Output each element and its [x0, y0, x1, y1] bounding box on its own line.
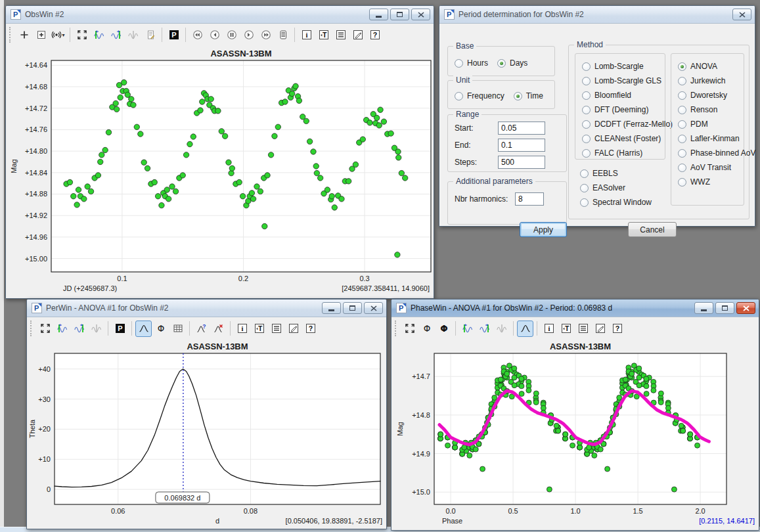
info-button[interactable]: i [298, 27, 315, 43]
pan-left-button[interactable] [91, 27, 107, 43]
radio-hours[interactable]: Hours [455, 56, 488, 70]
radio-dcdft-ferraz-mello[interactable]: DCDFT (Ferraz-Mello) [582, 117, 665, 131]
crosshair-tool-button[interactable] [16, 27, 32, 43]
radio-anova[interactable]: ANOVA [678, 59, 744, 74]
previous-observation-button[interactable] [206, 27, 223, 43]
radio-spectral-window[interactable]: Spectral Window [580, 195, 652, 210]
phasewin-chart[interactable]: 0.00.51.01.52.0+14.7+14.8+14.9+15.0ASASS… [391, 340, 759, 530]
radio-circle-icon [678, 149, 686, 158]
svg-text:0.0: 0.0 [445, 507, 455, 515]
mean-curve-toggle-button[interactable] [517, 321, 533, 337]
add-observation-button[interactable] [33, 27, 49, 43]
play-animation-button[interactable] [240, 27, 257, 43]
edit-observations-button[interactable] [142, 27, 158, 43]
help-button[interactable]: ? [367, 27, 383, 43]
periodogram-view-button[interactable] [135, 321, 152, 337]
radio-lomb-scargle-gls[interactable]: Lomb-Scargle GLS [582, 74, 665, 88]
obswin-titlebar[interactable]: P ObsWin #2 [6, 6, 434, 24]
info-icon: i [237, 323, 248, 334]
text-annotation-button[interactable]: T [558, 321, 574, 337]
list-view-button[interactable] [332, 27, 349, 43]
pan-right-button[interactable] [108, 27, 124, 43]
radio-pdm[interactable]: PDM [678, 117, 744, 131]
edit-button[interactable] [285, 321, 302, 337]
radio-dworetsky[interactable]: Dworetsky [678, 88, 744, 102]
pan-right-button[interactable] [71, 321, 87, 337]
text-annotation-button[interactable]: T [315, 27, 332, 43]
first-observation-button[interactable] [189, 27, 206, 43]
perwin-chart[interactable]: 0.060.080+10+20+30+40ASASSN-13BMTheta0.0… [27, 340, 386, 529]
phasewin-titlebar[interactable]: P PhaseWin - ANOVA #1 for ObsWin #2 - Pe… [391, 299, 759, 317]
find-peak-button[interactable]: ? [193, 321, 210, 337]
end-input[interactable] [498, 139, 545, 152]
radio-falc-harris[interactable]: FALC (Harris) [582, 146, 665, 160]
radio-jurkewich[interactable]: Jurkewich [678, 74, 744, 88]
mdi-background: P ObsWin #2 ▾PiT? 0.10.20.3+14.64+14.68+… [0, 0, 760, 532]
phase-shift-right-button[interactable]: Φ [436, 321, 452, 337]
info-button[interactable]: i [541, 321, 557, 337]
perwin-titlebar[interactable]: P PerWin - ANOVA #1 for ObsWin #2 [27, 299, 386, 317]
pan-reset-button [125, 27, 141, 43]
edit-button[interactable] [349, 27, 366, 43]
radio-eebls[interactable]: EEBLS [580, 166, 652, 181]
help-button[interactable]: ? [302, 321, 319, 337]
radio-renson[interactable]: Renson [678, 102, 744, 117]
radio-cleanest-foster[interactable]: CLEANest (Foster) [582, 131, 665, 146]
close-button[interactable] [364, 302, 383, 314]
period-determination-button[interactable]: P [166, 27, 182, 43]
start-input[interactable] [498, 122, 545, 135]
radio-aov-transit[interactable]: AoV Transit [678, 160, 744, 175]
radio-wwz[interactable]: WWZ [678, 175, 744, 189]
phase-shift-left-button[interactable]: Φ [418, 321, 435, 337]
help-button[interactable]: ? [609, 321, 625, 337]
radio-days[interactable]: Days [497, 56, 527, 70]
period-determination-button[interactable]: P [112, 321, 128, 337]
pan-left-button[interactable] [459, 321, 476, 337]
minimize-button[interactable] [322, 302, 341, 314]
radio-lomb-scargle[interactable]: Lomb-Scargle [582, 59, 665, 74]
info-button[interactable]: i [234, 321, 250, 337]
zoom-fit-button[interactable] [401, 321, 418, 337]
pause-animation-button[interactable] [223, 27, 240, 43]
text-annotation-button[interactable]: T [251, 321, 267, 337]
radio-lafler-kinman[interactable]: Lafler-Kinman [678, 131, 744, 146]
radio-label: ANOVA [690, 62, 717, 71]
svg-text:+14.7: +14.7 [412, 372, 430, 380]
nbr-harmonics-input[interactable] [515, 192, 544, 206]
pan-right-button[interactable] [476, 321, 493, 337]
radio-frequency[interactable]: Frequency [455, 89, 504, 103]
maximize-button[interactable] [390, 9, 409, 20]
zoom-fit-button[interactable] [37, 321, 53, 337]
period-dialog-titlebar[interactable]: P Period determination for ObsWin #2 [439, 6, 755, 24]
list-view-button[interactable] [268, 321, 284, 337]
radio-circle-icon [582, 120, 591, 129]
radio-phase-binned-aov[interactable]: Phase-binned AoV [678, 146, 744, 160]
radio-time[interactable]: Time [514, 89, 543, 103]
radio-easolver[interactable]: EASolver [580, 181, 652, 195]
next-observation-button[interactable] [257, 27, 274, 43]
radio-bloomfield[interactable]: Bloomfield [582, 88, 665, 102]
radio-dft-deeming[interactable]: DFT (Deeming) [582, 102, 665, 117]
edit-button[interactable] [592, 321, 608, 337]
cancel-button[interactable]: Cancel [628, 222, 677, 237]
close-button[interactable] [411, 9, 430, 20]
pan-left-button[interactable] [54, 321, 70, 337]
close-button[interactable] [736, 302, 755, 314]
phase-view-button[interactable]: Φ [152, 321, 169, 337]
minimize-button[interactable] [694, 302, 713, 314]
observation-report-button[interactable] [275, 27, 291, 43]
obswin-chart[interactable]: 0.10.20.3+14.64+14.68+14.72+14.76+14.80+… [6, 46, 434, 298]
peranso-window-icon: P [396, 303, 407, 313]
list-view-button[interactable] [575, 321, 591, 337]
steps-input[interactable] [498, 156, 545, 169]
maximize-button[interactable] [343, 302, 362, 314]
close-button[interactable] [732, 9, 751, 20]
zoom-fit-button[interactable] [74, 27, 90, 43]
download-observations-button[interactable]: ▾ [50, 27, 66, 43]
table-view-button[interactable] [169, 321, 186, 337]
delete-peak-button[interactable] [210, 321, 227, 337]
apply-button[interactable]: Apply [520, 222, 567, 237]
minimize-button[interactable] [369, 9, 388, 20]
toolbar-separator [294, 28, 295, 42]
maximize-button[interactable] [715, 302, 734, 314]
